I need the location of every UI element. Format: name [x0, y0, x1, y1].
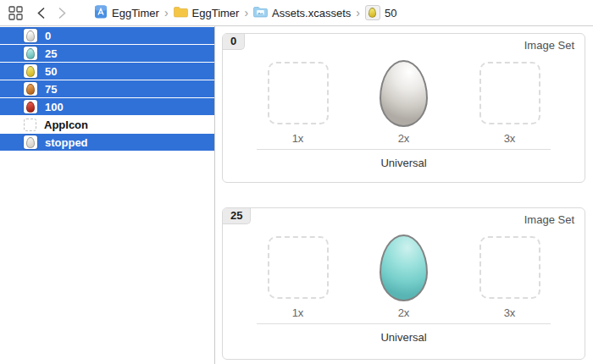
breadcrumb-project[interactable]: EggTimer: [94, 5, 159, 21]
image-slot-2x[interactable]: [380, 59, 428, 127]
scale-label: 3x: [504, 132, 516, 145]
jump-bar: EggTimer › EggTimer ›: [0, 0, 593, 26]
empty-slot-icon: [479, 236, 540, 299]
back-button[interactable]: [36, 7, 46, 19]
asset-item-label: 100: [45, 101, 64, 113]
scale-label: 2x: [398, 306, 410, 319]
egg-orange-thumbnail-icon: [24, 82, 37, 96]
asset-item-label: AppIcon: [44, 119, 88, 131]
image-set-card-25: 25 Image Set 1x 2x 3x: [222, 207, 585, 360]
image-set-name-badge: 0: [223, 34, 245, 50]
egg-pale-thumbnail-icon: [24, 135, 37, 149]
breadcrumb-label: 50: [385, 7, 396, 19]
breadcrumb-separator: ›: [351, 7, 365, 19]
egg-white-thumbnail-icon: [24, 29, 37, 42]
divider: [257, 323, 551, 324]
scale-label: 1x: [292, 132, 304, 145]
asset-item-label: 0: [45, 30, 51, 42]
xcode-project-icon: [94, 5, 108, 21]
xcode-asset-catalog-window: EggTimer › EggTimer ›: [0, 0, 593, 364]
asset-item-label: 50: [45, 65, 57, 78]
idiom-label: Universal: [223, 157, 585, 169]
breadcrumb-asset-catalog[interactable]: Assets.xcassets: [253, 6, 351, 20]
empty-slot-icon: [268, 236, 329, 299]
idiom-label: Universal: [223, 331, 585, 344]
scale-label: 1x: [292, 306, 304, 319]
image-slot-1x[interactable]: [268, 234, 329, 301]
egg-teal-thumbnail-icon: [24, 47, 37, 60]
empty-dashed-thumbnail-icon: [24, 119, 36, 131]
image-set-type-label: Image Set: [524, 39, 574, 52]
scale-label: 2x: [398, 132, 410, 145]
breadcrumb-label: EggTimer: [192, 7, 240, 19]
empty-slot-icon: [268, 62, 329, 124]
asset-item-100[interactable]: 100: [0, 98, 214, 115]
editor-area: 0 Image Set 1x 2x 3x: [215, 26, 593, 364]
asset-item-label: stopped: [45, 136, 88, 149]
white-egg-image: [380, 60, 428, 127]
breadcrumb-separator: ›: [239, 7, 253, 19]
breadcrumb-label: EggTimer: [112, 7, 159, 19]
breadcrumb-label: Assets.xcassets: [272, 7, 351, 19]
scale-label: 3x: [504, 306, 516, 319]
empty-slot-icon: [479, 62, 540, 124]
folder-icon: [174, 6, 188, 20]
image-slot-1x[interactable]: [268, 59, 329, 127]
image-set-type-label: Image Set: [524, 213, 574, 226]
image-slot-3x[interactable]: [479, 234, 540, 301]
asset-item-25[interactable]: 25: [0, 45, 214, 62]
breadcrumb-image-set[interactable]: 50: [365, 5, 396, 20]
image-set-name-badge: 25: [223, 208, 251, 224]
breadcrumb-group[interactable]: EggTimer: [174, 6, 240, 20]
asset-item-appicon[interactable]: AppIcon: [0, 116, 214, 133]
asset-item-75[interactable]: 75: [0, 80, 214, 97]
asset-item-label: 75: [45, 83, 57, 96]
egg-red-thumbnail-icon: [24, 100, 37, 113]
egg-yellow-thumbnail-icon: [365, 5, 380, 20]
divider: [257, 149, 551, 150]
asset-item-50[interactable]: 50: [0, 63, 214, 80]
egg-yellow-thumbnail-icon: [24, 64, 37, 78]
image-set-card-0: 0 Image Set 1x 2x 3x: [222, 33, 585, 183]
breadcrumb: EggTimer › EggTimer ›: [94, 5, 396, 21]
forward-button[interactable]: [58, 7, 67, 19]
image-slot-2x[interactable]: [380, 234, 428, 301]
teal-egg-image: [380, 234, 428, 301]
asset-item-stopped[interactable]: stopped: [0, 134, 214, 151]
asset-list: 0 25 50 75 100 AppIcon: [0, 26, 215, 364]
image-slot-3x[interactable]: [479, 59, 540, 127]
breadcrumb-separator: ›: [159, 7, 174, 19]
related-items-icon[interactable]: [8, 6, 23, 20]
asset-item-label: 25: [45, 47, 57, 60]
asset-item-0[interactable]: 0: [0, 27, 214, 44]
asset-catalog-folder-icon: [253, 6, 268, 20]
